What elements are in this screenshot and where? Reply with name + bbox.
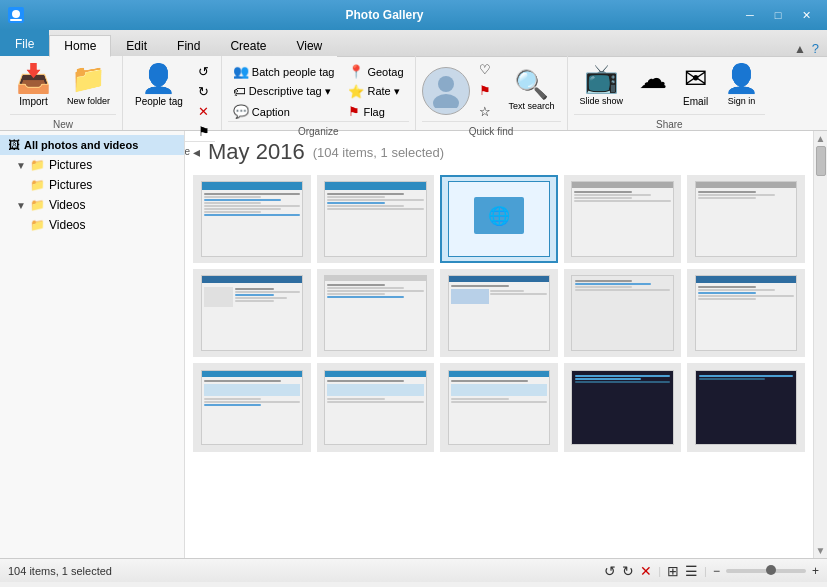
ribbon-body: 📥 Import 📁 New folder New 👤 People tag bbox=[0, 56, 827, 130]
new-folder-icon: 📁 bbox=[71, 64, 106, 95]
heart-icon: ♡ bbox=[479, 62, 491, 77]
thumbnail-2[interactable] bbox=[317, 175, 435, 263]
batch-people-tag-button[interactable]: 👥 Batch people tag bbox=[228, 62, 340, 81]
sidebar-item-videos-child[interactable]: 📁 Videos bbox=[0, 215, 184, 235]
tab-file[interactable]: File bbox=[0, 30, 49, 56]
thumbnail-7[interactable] bbox=[317, 269, 435, 357]
caption-button[interactable]: 💬 Caption bbox=[228, 102, 340, 121]
separator-status-2: | bbox=[704, 565, 707, 577]
flag-button[interactable]: ⚑ Flag bbox=[343, 102, 408, 121]
new-group-buttons: 📥 Import 📁 New folder bbox=[10, 60, 116, 114]
sidebar-item-all-photos[interactable]: 🖼 All photos and videos bbox=[0, 135, 184, 155]
thumbnail-11[interactable] bbox=[193, 363, 311, 451]
zoom-slider[interactable] bbox=[726, 569, 806, 573]
sign-in-button[interactable]: 👤 Sign in bbox=[718, 60, 765, 110]
rotate-left-button[interactable]: ↺ bbox=[193, 62, 215, 81]
thumbnail-6[interactable] bbox=[193, 269, 311, 357]
descriptive-tag-button[interactable]: 🏷 Descriptive tag ▾ bbox=[228, 82, 340, 101]
tab-home[interactable]: Home bbox=[49, 35, 111, 57]
all-photos-icon: 🖼 bbox=[8, 138, 20, 152]
status-bar: 104 items, 1 selected ↺ ↻ ✕ | ⊞ ☰ | − + bbox=[0, 558, 827, 582]
scroll-thumb[interactable] bbox=[816, 146, 826, 176]
sidebar-item-videos-parent[interactable]: ▼ 📁 Videos bbox=[0, 195, 184, 215]
grid-view-icon[interactable]: ⊞ bbox=[667, 563, 679, 579]
ribbon-collapse-icon[interactable]: ▲ bbox=[794, 42, 806, 56]
collapse-month-icon[interactable]: ◂ bbox=[193, 144, 200, 160]
folder-pictures-child-icon: 📁 bbox=[30, 178, 45, 192]
list-view-icon[interactable]: ☰ bbox=[685, 563, 698, 579]
share-group-buttons: 📺 Slide show ☁ ✉ Email 👤 Sign in bbox=[574, 60, 766, 114]
people-tag-button[interactable]: 👤 People tag bbox=[129, 60, 189, 111]
close-button[interactable]: ✕ bbox=[793, 5, 819, 25]
thumbnail-4[interactable] bbox=[564, 175, 682, 263]
status-right: ↺ ↻ ✕ | ⊞ ☰ | − + bbox=[604, 563, 819, 579]
text-search-button[interactable]: 🔍 Text search bbox=[503, 66, 561, 116]
thumbnail-3[interactable]: 🌐 bbox=[440, 175, 558, 263]
thumbnail-5[interactable] bbox=[687, 175, 805, 263]
batch-people-icon: 👥 bbox=[233, 64, 249, 79]
tab-create[interactable]: Create bbox=[215, 34, 281, 56]
tab-find[interactable]: Find bbox=[162, 34, 215, 56]
new-folder-button[interactable]: 📁 New folder bbox=[61, 60, 116, 110]
delete-icon: ✕ bbox=[198, 104, 209, 119]
delete-button[interactable]: ✕ bbox=[193, 102, 215, 121]
scroll-down-button[interactable]: ▼ bbox=[816, 545, 826, 556]
thumbnail-14[interactable] bbox=[564, 363, 682, 451]
maximize-button[interactable]: □ bbox=[765, 5, 791, 25]
ribbon-group-share: 📺 Slide show ☁ ✉ Email 👤 Sign in Share bbox=[568, 56, 772, 130]
tab-edit[interactable]: Edit bbox=[111, 34, 162, 56]
ribbon-group-organize: 👥 Batch people tag 🏷 Descriptive tag ▾ 💬… bbox=[222, 56, 416, 130]
sidebar-item-pictures-parent[interactable]: ▼ 📁 Pictures bbox=[0, 155, 184, 175]
scroll-up-button[interactable]: ▲ bbox=[816, 133, 826, 144]
thumbnail-1[interactable] bbox=[193, 175, 311, 263]
rotate-right-icon: ↻ bbox=[198, 84, 209, 99]
sidebar: 🖼 All photos and videos ▼ 📁 Pictures 📁 P… bbox=[0, 131, 185, 558]
rate-button[interactable]: ⭐ Rate ▾ bbox=[343, 82, 408, 101]
sign-in-icon: 👤 bbox=[724, 64, 759, 95]
import-button[interactable]: 📥 Import bbox=[10, 60, 57, 111]
rate-icon: ⭐ bbox=[348, 84, 364, 99]
email-button[interactable]: ✉ Email bbox=[677, 60, 714, 111]
favorite-button[interactable]: ♡ bbox=[474, 60, 499, 79]
delete-status-icon[interactable]: ✕ bbox=[640, 563, 652, 579]
organize-small-buttons: 👥 Batch people tag 🏷 Descriptive tag ▾ 💬… bbox=[228, 60, 340, 121]
sidebar-item-pictures-child[interactable]: 📁 Pictures bbox=[0, 175, 184, 195]
ribbon-group-manage: 👤 People tag ↺ ↻ ✕ ⚑ Manage bbox=[123, 56, 222, 130]
expand-videos-icon: ▼ bbox=[16, 200, 26, 211]
thumbnail-12[interactable] bbox=[317, 363, 435, 451]
scrollbar[interactable]: ▲ ▼ bbox=[813, 131, 827, 558]
zoom-slider-thumb[interactable] bbox=[766, 565, 776, 575]
geotag-icon: 📍 bbox=[348, 64, 364, 79]
svg-point-3 bbox=[438, 76, 454, 92]
star-find-button[interactable]: ☆ bbox=[474, 102, 499, 121]
folder-pictures-icon: 📁 bbox=[30, 158, 45, 172]
title-bar: Photo Gallery ─ □ ✕ bbox=[0, 0, 827, 30]
thumbnail-8[interactable] bbox=[440, 269, 558, 357]
gallery-area: ◂ May 2016 (104 items, 1 selected) bbox=[185, 131, 813, 558]
thumbnail-9[interactable] bbox=[564, 269, 682, 357]
slide-show-button[interactable]: 📺 Slide show bbox=[574, 60, 630, 110]
rotate-left-status-icon[interactable]: ↺ bbox=[604, 563, 616, 579]
tab-view[interactable]: View bbox=[281, 34, 337, 56]
tag-icon: 🏷 bbox=[233, 84, 246, 99]
zoom-plus-icon[interactable]: + bbox=[812, 564, 819, 578]
search-icon: 🔍 bbox=[514, 70, 549, 101]
ribbon: File Home Edit Find Create View ▲ ? 📥 Im… bbox=[0, 30, 827, 131]
thumbnail-13[interactable] bbox=[440, 363, 558, 451]
zoom-minus-icon[interactable]: − bbox=[713, 564, 720, 578]
flag-find-icon: ⚑ bbox=[479, 83, 491, 98]
rotate-right-status-icon[interactable]: ↻ bbox=[622, 563, 634, 579]
geotag-button[interactable]: 📍 Geotag bbox=[343, 62, 408, 81]
thumbnail-10[interactable] bbox=[687, 269, 805, 357]
thumbnail-15[interactable] bbox=[687, 363, 805, 451]
main-area: 🖼 All photos and videos ▼ 📁 Pictures 📁 P… bbox=[0, 131, 827, 558]
flag-find-button[interactable]: ⚑ bbox=[474, 81, 499, 100]
slide-show-icon: 📺 bbox=[584, 64, 619, 95]
gallery-grid: 🌐 bbox=[193, 175, 805, 452]
rotate-right-button[interactable]: ↻ bbox=[193, 82, 215, 101]
cloud-button[interactable]: ☁ bbox=[633, 60, 673, 100]
ribbon-help-icon[interactable]: ? bbox=[812, 41, 819, 56]
email-icon: ✉ bbox=[684, 64, 707, 95]
minimize-button[interactable]: ─ bbox=[737, 5, 763, 25]
share-group-label: Share bbox=[574, 114, 766, 130]
